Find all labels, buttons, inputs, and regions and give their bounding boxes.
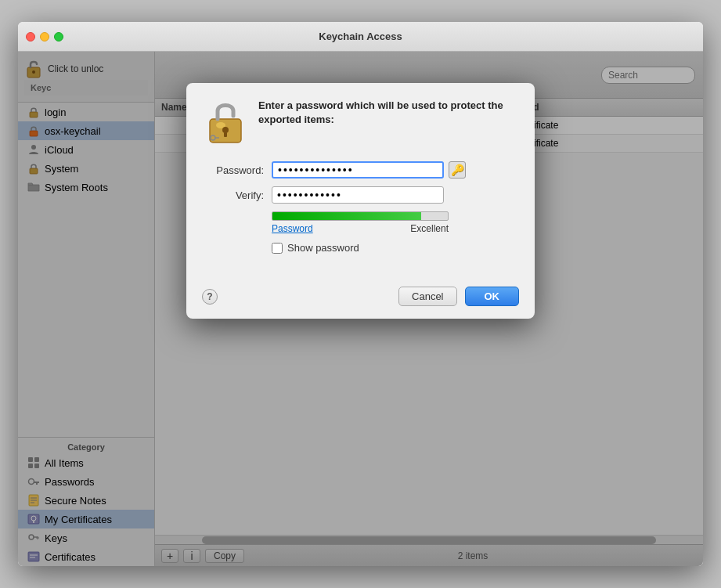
password-input-wrap: 🔑 xyxy=(272,161,466,179)
password-input[interactable] xyxy=(272,161,444,179)
password-dialog: Enter a password which will be used to p… xyxy=(186,83,535,319)
cancel-button[interactable]: Cancel xyxy=(398,287,456,306)
close-button[interactable] xyxy=(26,32,35,41)
password-row: Password: 🔑 xyxy=(205,161,516,179)
strength-text: Excellent xyxy=(410,223,449,234)
ok-button[interactable]: OK xyxy=(465,287,520,306)
strength-labels: Password Excellent xyxy=(272,223,449,234)
dialog-content: Enter a password which will be used to p… xyxy=(186,83,535,279)
help-button[interactable]: ? xyxy=(202,289,218,305)
title-bar: Keychain Access xyxy=(18,22,703,52)
traffic-lights xyxy=(26,32,63,41)
main-window: Keychain Access Click to unloc Keyc xyxy=(18,22,703,566)
window-title: Keychain Access xyxy=(26,31,695,42)
dialog-footer: ? Cancel OK xyxy=(186,279,535,319)
lock-large-icon xyxy=(205,99,246,146)
strength-section: Password Excellent xyxy=(272,211,516,234)
strength-bar-fill xyxy=(272,212,421,220)
dialog-title: Enter a password which will be used to p… xyxy=(258,99,516,127)
show-password-row: Show password xyxy=(272,242,516,254)
password-link[interactable]: Password xyxy=(272,223,313,234)
svg-point-24 xyxy=(222,127,229,133)
modal-overlay: Enter a password which will be used to p… xyxy=(18,52,703,566)
maximize-button[interactable] xyxy=(54,32,63,41)
dialog-buttons: Cancel OK xyxy=(398,287,519,306)
verify-input[interactable] xyxy=(272,186,444,204)
verify-row: Verify: xyxy=(205,186,516,204)
minimize-button[interactable] xyxy=(40,32,49,41)
dialog-header: Enter a password which will be used to p… xyxy=(205,99,516,146)
verify-label: Verify: xyxy=(205,189,264,201)
show-password-label: Show password xyxy=(287,242,359,254)
key-button[interactable]: 🔑 xyxy=(449,161,466,179)
show-password-checkbox[interactable] xyxy=(272,243,283,254)
svg-rect-25 xyxy=(224,132,227,137)
password-label: Password: xyxy=(205,164,264,176)
verify-input-wrap xyxy=(272,186,444,204)
strength-bar-container xyxy=(272,211,449,221)
